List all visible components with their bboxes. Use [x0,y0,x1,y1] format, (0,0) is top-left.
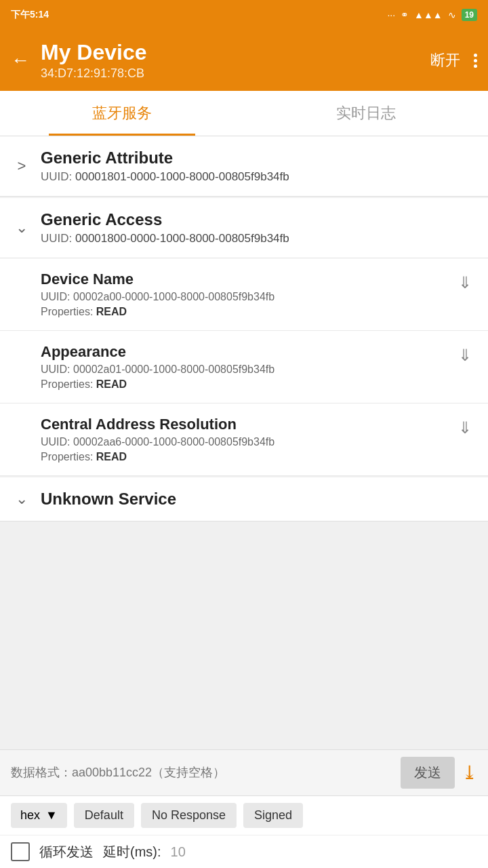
header-actions: 断开 [430,50,477,71]
bluetooth-icon: ⚭ [401,9,409,20]
status-time: 下午5:14 [11,9,49,21]
more-options-button[interactable] [474,54,477,68]
chevron-down-icon: ⌄ [14,490,30,508]
data-input-row: 发送 ⤓ [0,750,488,796]
char-uuid: UUID: 00002aa6-0000-1000-8000-00805f9b34… [41,436,458,448]
status-bar: 下午5:14 ··· ⚭ ▲▲▲ ∿ 19 [0,0,488,30]
char-name: Appearance [41,343,458,361]
battery-icon: 19 [462,9,477,21]
cell-signal-icon: ▲▲▲ [414,9,443,20]
back-button[interactable]: ← [11,51,30,70]
service-name: Generic Attribute [41,149,474,167]
signal-dots-icon: ··· [387,9,395,20]
read-icon[interactable]: ⇓ [458,273,472,292]
char-properties: Properties: READ [41,306,458,318]
tab-realtime-log[interactable]: 实时日志 [244,91,488,136]
wifi-icon: ∿ [448,9,456,20]
service-name: Generic Access [41,210,474,229]
service-generic-attribute: > Generic Attribute UUID: 00001801-0000-… [0,136,488,197]
characteristic-appearance: Appearance UUID: 00002a01-0000-1000-8000… [0,331,488,403]
read-icon[interactable]: ⇓ [458,346,472,365]
send-button[interactable]: 发送 [401,757,455,789]
service-uuid: UUID: 00001801-0000-1000-8000-00805f9b34… [41,170,474,184]
char-uuid: UUID: 00002a01-0000-1000-8000-00805f9b34… [41,363,458,376]
device-address: 34:D7:12:91:78:CB [41,66,420,81]
service-generic-access-header[interactable]: ⌄ Generic Access UUID: 00001800-0000-100… [0,198,488,258]
chevron-right-icon: > [14,157,30,175]
service-generic-attribute-header[interactable]: > Generic Attribute UUID: 00001801-0000-… [0,136,488,197]
bottom-panel: 发送 ⤓ hex ▼ Default No Response Signed 循环… [0,749,488,868]
expand-icon[interactable]: ⤓ [462,762,477,784]
format-value: hex [20,808,40,823]
tab-bar: 蓝牙服务 实时日志 [0,91,488,136]
char-uuid: UUID: 00002a00-0000-1000-8000-00805f9b34… [41,291,458,303]
loop-send-checkbox[interactable] [11,842,30,861]
write-type-default-button[interactable]: Default [74,803,134,828]
service-unknown: ⌄ Unknown Service [0,477,488,521]
data-input[interactable] [11,766,394,780]
delay-value: 10 [171,844,186,860]
app-header: ← My Device 34:D7:12:91:78:CB 断开 [0,30,488,91]
delay-label: 延时(ms): [103,843,161,861]
loop-row: 循环发送 延时(ms): 10 [0,835,488,868]
chevron-down-icon: ⌄ [14,219,30,237]
char-name: Device Name [41,271,458,288]
char-properties: Properties: READ [41,378,458,391]
service-generic-access: ⌄ Generic Access UUID: 00001800-0000-100… [0,198,488,476]
status-icons: ··· ⚭ ▲▲▲ ∿ 19 [387,9,477,21]
characteristic-device-name: Device Name UUID: 00002a00-0000-1000-800… [0,258,488,331]
format-row: hex ▼ Default No Response Signed [0,796,488,835]
tab-bluetooth-services[interactable]: 蓝牙服务 [0,91,244,136]
service-uuid: UUID: 00001800-0000-1000-8000-00805f9b34… [41,232,474,245]
service-unknown-header[interactable]: ⌄ Unknown Service [0,477,488,521]
format-select[interactable]: hex ▼ [11,803,67,828]
disconnect-button[interactable]: 断开 [430,50,460,71]
read-icon[interactable]: ⇓ [458,418,472,437]
service-list: > Generic Attribute UUID: 00001801-0000-… [0,136,488,638]
write-type-no-response-button[interactable]: No Response [141,803,237,828]
device-name: My Device [41,40,420,65]
char-properties: Properties: READ [41,451,458,463]
loop-label: 循环发送 [39,843,94,861]
header-title-block: My Device 34:D7:12:91:78:CB [41,40,420,81]
char-name: Central Address Resolution [41,416,458,433]
service-name: Unknown Service [41,490,474,509]
dropdown-arrow-icon: ▼ [45,808,58,823]
write-type-signed-button[interactable]: Signed [243,803,303,828]
characteristic-central-address: Central Address Resolution UUID: 00002aa… [0,403,488,476]
